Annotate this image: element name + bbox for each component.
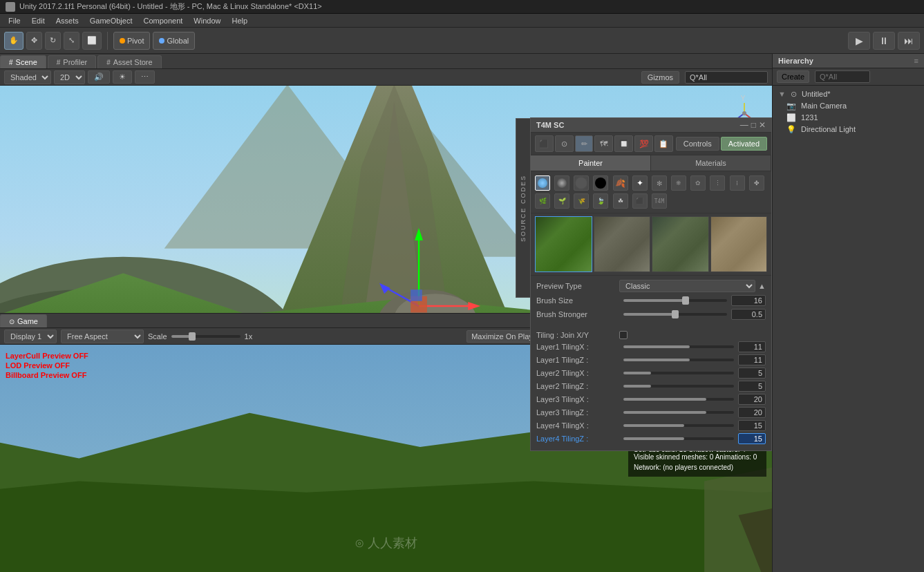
scene-view-toolbar: Shaded 2D 🔊 ☀ ⋯ Gizmos [0, 69, 772, 86]
layer4-tilingx-slider[interactable] [623, 424, 734, 427]
layer3-tilingz-slider[interactable] [623, 411, 734, 414]
t4m-icon-btn-2[interactable]: ⊙ [555, 135, 574, 152]
layer4-tilingz-input[interactable] [738, 433, 766, 444]
scene-tab[interactable]: # Scene [0, 55, 46, 68]
brush-stronger-slider[interactable] [623, 313, 727, 316]
asset-store-tab[interactable]: # Asset Store [97, 55, 161, 68]
t4m-activated-button[interactable]: Activated [721, 137, 767, 151]
t4m-painter-tab[interactable]: Painter [531, 155, 651, 171]
t4m-controls-button[interactable]: Controls [676, 137, 719, 151]
menu-file[interactable]: File [3, 17, 26, 25]
rect-tool-button[interactable]: ⬜ [82, 32, 102, 50]
camera-icon: 📷 [786, 102, 796, 110]
brush-2[interactable] [554, 175, 569, 191]
brush-11[interactable]: ⁞ [730, 175, 745, 191]
layer2-tilingx-slider[interactable] [623, 372, 734, 374]
layer4-tilingz-slider[interactable] [623, 437, 734, 440]
shaded-dropdown[interactable]: Shaded [4, 70, 51, 84]
pivot-button[interactable]: Pivot [113, 32, 150, 50]
menu-gameobject[interactable]: GameObject [84, 17, 138, 25]
texture-4-sand[interactable] [710, 216, 768, 272]
brush-1[interactable] [535, 175, 550, 191]
menu-window[interactable]: Window [188, 17, 226, 25]
texture-2-rock[interactable] [594, 216, 651, 272]
rotate-tool-button[interactable]: ↻ [45, 32, 61, 50]
brush-19[interactable]: T4M [652, 193, 667, 209]
brush-3[interactable] [574, 175, 589, 191]
brush-4[interactable] [593, 175, 608, 191]
hierarchy-item-1231[interactable]: ⬜ 1231 [775, 112, 921, 124]
menu-edit[interactable]: Edit [26, 17, 50, 25]
menu-assets[interactable]: Assets [50, 17, 84, 25]
scene-search-input[interactable] [685, 71, 768, 84]
watermark: ⊙ 人人素材 [355, 535, 417, 551]
preview-type-select[interactable]: Classic [619, 280, 755, 292]
layer1-tilingx-slider[interactable] [623, 345, 734, 348]
brush-8[interactable]: ❋ [671, 175, 686, 191]
texture-1-grass[interactable] [535, 216, 592, 272]
fx-button[interactable]: ⋯ [135, 70, 155, 84]
brush-size-row: Brush Size 16 [536, 295, 766, 306]
layer1-tilingz-label: Layer1 TilingZ : [536, 356, 619, 364]
brush-10[interactable]: ⋮ [710, 175, 725, 191]
hierarchy-item-untitled[interactable]: ▼ ⊙ Untitled* [775, 88, 921, 100]
hand-tool-button[interactable]: ✋ [4, 32, 23, 50]
t4m-maximize-button[interactable]: □ [751, 120, 756, 130]
step-button[interactable]: ⏭ [898, 32, 920, 50]
texture-3-moss[interactable] [652, 216, 709, 272]
terrain-icon: ⬜ [786, 113, 796, 122]
maximize-button[interactable]: Maximize On Play [466, 330, 538, 343]
brush-16[interactable]: 🍃 [593, 193, 608, 209]
display-select[interactable]: Display 1 [4, 330, 57, 343]
lighting-button[interactable]: ☀ [113, 70, 132, 84]
brush-14[interactable]: 🌱 [554, 193, 569, 209]
layer2-tilingz-value: 5 [738, 381, 766, 392]
brush-7[interactable]: ✻ [652, 175, 667, 191]
audio-button[interactable]: 🔊 [88, 70, 110, 84]
2d-dropdown[interactable]: 2D [54, 70, 85, 84]
t4m-icon-btn-6[interactable]: 💯 [634, 135, 653, 152]
menu-component[interactable]: Component [138, 17, 188, 25]
tiling-join-checkbox[interactable] [619, 331, 628, 339]
t4m-close-button[interactable]: ✕ [759, 120, 766, 130]
layer1-tilingz-slider[interactable] [623, 359, 734, 361]
t4m-icon-btn-7[interactable]: 📋 [654, 135, 673, 152]
brush-15[interactable]: 🌾 [574, 193, 589, 209]
brush-size-slider[interactable] [623, 299, 727, 302]
menu-help[interactable]: Help [226, 17, 253, 25]
hierarchy-item-dirlight[interactable]: 💡 Directional Light [775, 124, 921, 135]
profiler-tab[interactable]: # Profiler [48, 55, 96, 68]
play-button[interactable]: ▶ [848, 32, 870, 50]
brush-9[interactable]: ✿ [690, 175, 706, 191]
toolbar-separator-1 [107, 32, 108, 50]
hierarchy-collapse[interactable]: ≡ [914, 57, 918, 65]
move-tool-button[interactable]: ✥ [26, 32, 42, 50]
gizmos-button[interactable]: Gizmos [641, 71, 679, 84]
scale-tool-button[interactable]: ⤡ [64, 32, 79, 50]
hierarchy-search-input[interactable] [815, 70, 870, 83]
t4m-icon-btn-4[interactable]: 🗺 [594, 135, 613, 152]
t4m-icon-btn-5[interactable]: 🔲 [614, 135, 633, 152]
brush-17[interactable]: ☘ [613, 193, 628, 209]
layer2-tilingz-slider[interactable] [623, 385, 734, 388]
brush-18[interactable]: ⬛ [632, 193, 648, 209]
t4m-materials-tab[interactable]: Materials [651, 155, 771, 171]
aspect-select[interactable]: Free Aspect [61, 330, 144, 343]
t4m-minimize-button[interactable]: — [740, 120, 748, 130]
pause-button[interactable]: ⏸ [873, 32, 895, 50]
layer4-tilingx-label: Layer4 TilingX : [536, 421, 619, 430]
scale-slider[interactable] [171, 335, 241, 338]
hierarchy-header: Hierarchy ≡ [773, 54, 924, 68]
brush-13[interactable]: 🌿 [535, 193, 550, 209]
layer3-tilingx-slider[interactable] [623, 398, 734, 401]
brush-12[interactable]: ✤ [749, 175, 764, 191]
hierarchy-item-maincamera[interactable]: 📷 Main Camera [775, 100, 921, 112]
brush-6[interactable]: ✦ [632, 175, 648, 191]
t4m-icon-btn-3[interactable]: ✏ [575, 135, 594, 152]
t4m-icon-btn-1[interactable]: ⬛ [535, 135, 554, 152]
untitled-label: Untitled* [802, 90, 831, 98]
brush-5[interactable]: 🍂 [613, 175, 628, 191]
hierarchy-create-button[interactable]: Create [777, 70, 809, 83]
global-button[interactable]: Global [153, 32, 195, 50]
game-tab[interactable]: ⊙ Game [0, 314, 47, 327]
